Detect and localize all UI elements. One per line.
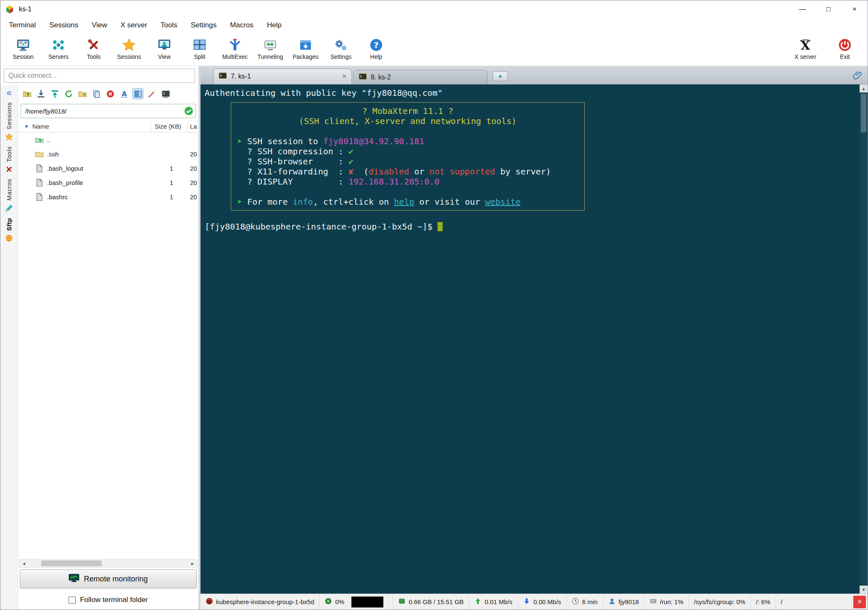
toolbar-sessions-button[interactable]: Sessions	[112, 38, 146, 60]
column-name: Name	[32, 123, 49, 130]
toolbar-xserver-button[interactable]: X X server	[789, 38, 822, 60]
tab-ks-2[interactable]: 8. ks-2	[353, 70, 488, 84]
toolbar-servers-button[interactable]: Servers	[42, 38, 75, 60]
table-row[interactable]: ..	[18, 132, 198, 147]
new-tab-button[interactable]: +	[493, 71, 508, 81]
sftp-icon	[5, 234, 13, 243]
quick-connect-input[interactable]	[4, 69, 195, 83]
magic-wand-button[interactable]	[146, 88, 157, 99]
rename-button[interactable]: A	[119, 88, 129, 99]
scroll-up-button[interactable]: ▲	[860, 85, 868, 92]
status-host: kubesphere-instance-group-1-bx5d	[201, 594, 319, 610]
svg-text:X: X	[801, 38, 810, 52]
menu-help[interactable]: Help	[260, 18, 288, 32]
maximize-button[interactable]: □	[815, 0, 842, 18]
upload-arrow-icon	[474, 597, 482, 606]
side-tab-macros[interactable]: Macros	[5, 179, 13, 212]
scrollbar-track[interactable]	[29, 560, 188, 567]
file-icon	[35, 164, 44, 173]
terminal-link[interactable]: website	[485, 197, 520, 207]
status-download-value: 0.00 Mb/s	[533, 598, 561, 605]
horizontal-scrollbar[interactable]: ◄ ►	[19, 559, 198, 568]
menu-view[interactable]: View	[85, 18, 114, 32]
terminal[interactable]: Authenticating with public key "fjy8018@…	[201, 85, 868, 594]
toolbar-view-button[interactable]: View	[148, 38, 181, 60]
tab-ks-1[interactable]: 7. ks-1 ×	[213, 69, 352, 84]
split-icon	[193, 38, 207, 52]
scroll-right-button[interactable]: ►	[188, 560, 197, 567]
refresh-button[interactable]	[63, 88, 74, 99]
toolbar-tunneling-button[interactable]: Tunneling	[253, 38, 287, 60]
toolbar-settings-label: Settings	[330, 53, 352, 60]
tools-icon	[87, 38, 101, 52]
toolbar-exit-button[interactable]: Exit	[828, 38, 862, 60]
toolbar-split-label: Split	[194, 53, 205, 60]
terminal-output[interactable]: Authenticating with public key "fjy8018@…	[205, 88, 856, 232]
scroll-left-button[interactable]: ◄	[19, 560, 29, 567]
minimize-button[interactable]: —	[789, 0, 815, 18]
tree-expander-icon[interactable]: ▼	[24, 124, 29, 129]
tab-close-button[interactable]: ×	[342, 72, 346, 81]
close-button[interactable]: ×	[842, 0, 868, 18]
collapse-sidebar-button[interactable]: «	[6, 89, 11, 97]
sftp-panel: A ▼Name Size (KB)	[18, 85, 198, 610]
table-header[interactable]: ▼Name Size (KB) La	[18, 121, 198, 132]
toolbar-packages-button[interactable]: Packages	[289, 38, 322, 60]
terminal-link[interactable]: help	[394, 197, 414, 207]
parent-dir-button[interactable]	[21, 88, 32, 99]
table-row[interactable]: .bash_profile 1 20	[18, 175, 198, 190]
status-upload-value: 0.01 Mb/s	[485, 598, 512, 605]
status-disk-extra: /	[776, 594, 852, 610]
sftp-file-table: ▼Name Size (KB) La .. .ssh 20	[18, 121, 198, 204]
star-icon	[122, 38, 136, 52]
menu-macros[interactable]: Macros	[223, 18, 260, 32]
table-row[interactable]: .bash_logout 1 20	[18, 161, 198, 175]
scrollbar-thumb[interactable]	[41, 560, 102, 566]
scroll-down-button[interactable]: ▼	[860, 586, 868, 594]
dual-pane-button[interactable]	[132, 88, 143, 99]
toolbar-split-button[interactable]: Split	[183, 38, 216, 60]
status-close-button[interactable]: ×	[853, 596, 866, 608]
menu-tools[interactable]: Tools	[154, 18, 184, 32]
download-button[interactable]	[35, 88, 46, 99]
menu-terminal[interactable]: Terminal	[2, 18, 42, 32]
remote-monitoring-button[interactable]: Remote monitoring	[20, 569, 197, 589]
toolbar-multiexec-button[interactable]: MultiExec	[218, 38, 252, 60]
follow-terminal-row: Follow terminal folder	[18, 590, 198, 610]
status-bar: kubesphere-instance-group-1-bx5d 0% 0.66…	[201, 594, 868, 610]
side-tab-strip: « Sessions Tools Macros Sftp	[0, 85, 18, 610]
file-icon	[35, 193, 44, 201]
side-tab-sftp[interactable]: Sftp	[5, 218, 13, 243]
sftp-toolbar: A	[18, 85, 198, 102]
toolbar-multiexec-label: MultiExec	[222, 53, 248, 60]
copy-file-button[interactable]	[91, 88, 102, 99]
xserver-icon: X	[798, 38, 813, 52]
toolbar-session-button[interactable]: Session	[6, 38, 40, 60]
remote-monitoring-label: Remote monitoring	[84, 575, 148, 584]
toolbar-view-label: View	[158, 53, 171, 60]
toolbar-settings-button[interactable]: Settings	[324, 38, 358, 60]
console-button[interactable]	[160, 88, 171, 99]
delete-button[interactable]	[105, 88, 116, 99]
status-uptime: 6 min	[567, 594, 603, 610]
toolbar-tools-button[interactable]: Tools	[77, 38, 111, 60]
follow-terminal-checkbox[interactable]	[69, 597, 76, 604]
terminal-scrollbar[interactable]: ▲ ▼	[860, 85, 868, 594]
sftp-path-input[interactable]	[25, 108, 184, 115]
menu-sessions[interactable]: Sessions	[42, 18, 85, 32]
side-tab-sessions[interactable]: Sessions	[5, 102, 13, 141]
terminal-scrollbar-thumb[interactable]	[861, 94, 866, 132]
table-row[interactable]: .ssh 20	[18, 147, 198, 161]
dart-icon	[5, 204, 13, 213]
menu-xserver[interactable]: X server	[114, 18, 154, 32]
paperclip-icon[interactable]	[852, 70, 863, 81]
menu-settings[interactable]: Settings	[184, 18, 223, 32]
packages-icon	[298, 38, 313, 52]
new-folder-button[interactable]	[77, 88, 88, 99]
upload-button[interactable]	[49, 88, 60, 99]
toolbar-help-button[interactable]: ? Help	[359, 38, 393, 60]
status-disk-run-value: /run: 1%	[660, 598, 683, 605]
table-row[interactable]: .bashrc 1 20	[18, 190, 198, 204]
side-tab-tools[interactable]: Tools	[5, 146, 13, 174]
session-icon	[16, 38, 30, 52]
